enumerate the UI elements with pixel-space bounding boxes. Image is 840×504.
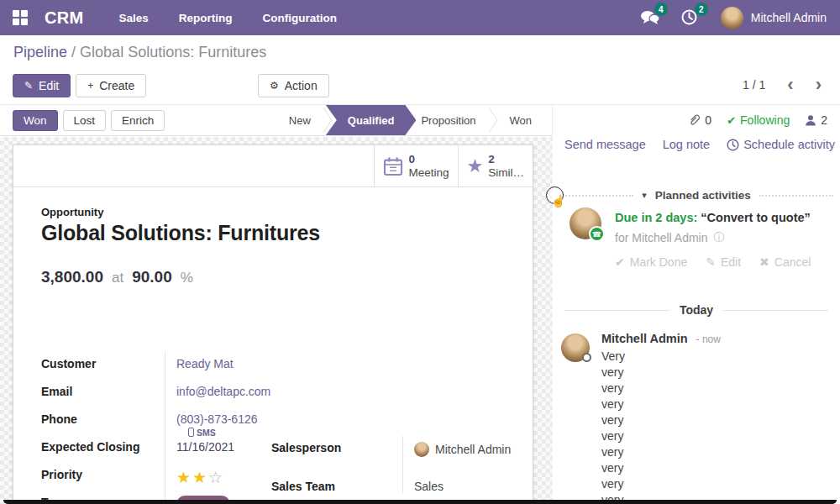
percent-sign: % <box>181 270 193 286</box>
pager-next-icon[interactable]: › <box>816 77 822 92</box>
menu-reporting[interactable]: Reporting <box>179 12 233 24</box>
chatter-panel: 0 ✔ Following 2 Send message Log note <box>553 105 840 504</box>
star-filled-icon[interactable]: ★★ <box>176 469 208 486</box>
salesperson-avatar <box>414 442 429 457</box>
following-label: Following <box>740 113 790 127</box>
followers-button[interactable]: 2 <box>805 113 827 127</box>
message-timestamp: - now <box>696 333 721 345</box>
create-button[interactable]: + Create <box>76 74 146 97</box>
action-button[interactable]: ⚙ Action <box>258 74 329 97</box>
expected-revenue: 3,800.00 at 90.00 % <box>41 268 533 286</box>
star-empty-icon[interactable]: ☆ <box>208 469 224 486</box>
priority-stars: ★★☆ <box>165 463 285 491</box>
cross-icon: ✖ <box>759 255 769 269</box>
activity-due: Due in 2 days: <box>615 211 697 224</box>
menu-sales[interactable]: Sales <box>118 12 148 24</box>
lost-button[interactable]: Lost <box>63 110 107 131</box>
stage-separator-icon <box>488 108 498 133</box>
breadcrumb-pipeline[interactable]: Pipeline <box>13 44 67 60</box>
activity-item: ☎ Due in 2 days: “Convert to quote” for … <box>570 207 833 269</box>
record-type-label: Opportunity <box>41 206 533 218</box>
app-name[interactable]: CRM <box>45 8 83 28</box>
control-panel: Pipeline / Global Solutions: Furnitures … <box>0 35 840 105</box>
phone-number[interactable]: (803)-873-6126 <box>176 412 258 426</box>
won-button[interactable]: Won <box>13 110 58 131</box>
planned-activities-toggle[interactable]: ▾ Planned activities <box>559 189 833 202</box>
activity-edit-label: Edit <box>721 255 741 269</box>
user-avatar <box>721 7 743 29</box>
sales-team-value[interactable]: Sales <box>402 475 530 493</box>
attachments-count: 0 <box>705 113 711 127</box>
presence-indicator-icon <box>582 353 591 362</box>
activity-summary: “Convert to quote” <box>701 211 811 224</box>
activity-cancel-label: Cancel <box>774 255 811 269</box>
stage-won[interactable]: Won <box>498 105 544 135</box>
similar-count: 2 <box>488 153 524 166</box>
opportunity-form-sheet: 0 Meeting ★ 2 Simil… Opportunity Global … <box>13 144 533 504</box>
schedule-activity-label: Schedule activity <box>743 138 835 151</box>
message-body: Very very very very very very very very … <box>601 349 721 504</box>
field-group-left: Customer Ready Mat Email info@deltapc.co… <box>41 352 285 504</box>
divider-line <box>723 310 828 311</box>
similar-label: Simil… <box>488 166 524 180</box>
phone-value[interactable]: (803)-873-6126SMS <box>165 407 285 435</box>
apps-grid-icon[interactable] <box>13 10 28 25</box>
salesperson-name[interactable]: Mitchell Admin <box>435 443 511 456</box>
stage-proposition[interactable]: Proposition <box>409 105 487 135</box>
today-divider: Today <box>564 303 828 317</box>
expected-closing-label: Expected Closing <box>41 435 165 463</box>
edit-button[interactable]: ✎ Edit <box>13 74 71 97</box>
expected-closing-value: 11/16/2021 <box>165 435 285 463</box>
similar-leads-stat-button[interactable]: ★ 2 Simil… <box>458 145 533 186</box>
calendar-icon <box>383 156 403 176</box>
salesperson-value[interactable]: Mitchell Admin <box>402 436 530 475</box>
opportunity-title: Global Solutions: Furnitures <box>41 221 533 245</box>
paperclip-icon <box>688 113 701 127</box>
phone-label: Phone <box>41 407 165 435</box>
salesperson-label: Salesperson <box>271 436 402 475</box>
message-item: Mitchell Admin - now Very very very very… <box>561 327 835 504</box>
top-navbar: CRM Sales Reporting Configuration 4 <box>0 0 840 35</box>
meetings-stat-button[interactable]: 0 Meeting <box>374 145 457 186</box>
field-group-right: Salesperson Mitchell Admin Sales Team Sa… <box>271 436 530 493</box>
today-header: Today <box>680 303 713 317</box>
enrich-button[interactable]: Enrich <box>111 110 165 131</box>
schedule-activity-button[interactable]: Schedule activity <box>727 138 835 151</box>
customer-value[interactable]: Ready Mat <box>165 352 285 380</box>
clock-icon <box>727 139 739 151</box>
meetings-count: 0 <box>408 153 449 166</box>
mark-done-button[interactable]: ✔ Mark Done <box>615 255 687 269</box>
send-message-button[interactable]: Send message <box>564 138 646 151</box>
planned-activities-header: Planned activities <box>655 189 751 202</box>
menu-configuration[interactable]: Configuration <box>262 12 336 24</box>
user-menu[interactable]: Mitchell Admin <box>721 7 827 29</box>
email-value[interactable]: info@deltapc.com <box>165 380 285 407</box>
check-icon: ✔ <box>615 255 625 269</box>
phone-icon: ☎ <box>592 230 601 239</box>
pager-previous-icon[interactable]: ‹ <box>787 77 793 92</box>
divider-line <box>564 310 669 311</box>
gear-icon: ⚙ <box>270 80 279 92</box>
attachments-button[interactable]: 0 <box>688 113 711 127</box>
log-note-button[interactable]: Log note <box>663 138 710 151</box>
activities-icon[interactable]: 2 <box>680 8 701 27</box>
breadcrumb-separator: / <box>71 44 76 60</box>
customer-label: Customer <box>41 352 165 380</box>
followers-count: 2 <box>821 113 827 127</box>
activity-edit-button[interactable]: ✎ Edit <box>706 255 741 269</box>
person-icon <box>805 114 816 126</box>
message-author[interactable]: Mitchell Admin <box>601 332 688 345</box>
messages-icon[interactable]: 4 <box>640 8 660 27</box>
following-button[interactable]: ✔ Following <box>727 113 790 127</box>
mark-done-label: Mark Done <box>630 255 687 269</box>
stage-pipeline: New Qualified Proposition Won <box>277 105 543 135</box>
stat-button-bar: 0 Meeting ★ 2 Simil… <box>13 145 533 187</box>
at-label: at <box>112 270 123 286</box>
stage-qualified[interactable]: Qualified <box>326 105 417 135</box>
pencil-icon: ✎ <box>24 80 33 92</box>
stage-new[interactable]: New <box>277 105 323 135</box>
messages-badge: 4 <box>654 3 668 16</box>
priority-label: Priority <box>41 463 165 491</box>
info-icon[interactable]: ⓘ <box>713 230 724 245</box>
activity-cancel-button[interactable]: ✖ Cancel <box>759 255 811 269</box>
